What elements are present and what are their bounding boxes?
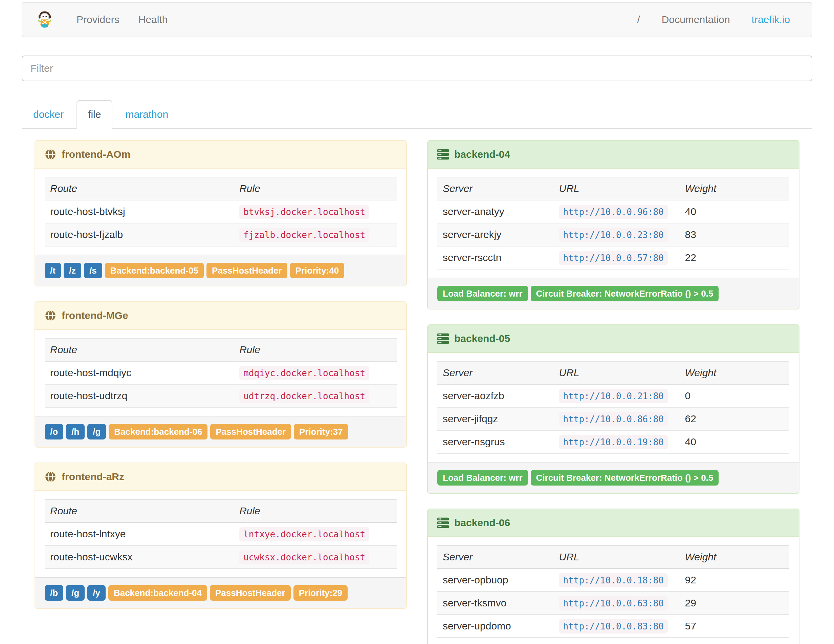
server-url-link[interactable]: http://10.0.0.18:80 bbox=[559, 574, 668, 586]
server-name: server-updomo bbox=[437, 615, 553, 638]
route-row: route-host-btvksj btvksj.docker.localhos… bbox=[45, 200, 397, 223]
server-weight: 57 bbox=[680, 615, 789, 638]
column-header-weight: Weight bbox=[680, 361, 789, 384]
server-row: server-anatyy http://10.0.0.96:80 40 bbox=[437, 200, 789, 223]
frontend-setting-label: Priority:29 bbox=[293, 585, 348, 601]
frontend-card-header: frontend-aRz bbox=[35, 463, 406, 491]
filter-input[interactable] bbox=[22, 55, 812, 81]
frontend-setting-label: Backend:backend-06 bbox=[109, 424, 207, 440]
server-stack-icon bbox=[437, 517, 449, 529]
backend-card: backend-05 Server URL Weight server-aozf… bbox=[427, 324, 800, 494]
route-name: route-host-mdqiyc bbox=[45, 361, 234, 384]
backend-title: backend-05 bbox=[454, 332, 510, 345]
server-url-link[interactable]: http://10.0.0.63:80 bbox=[559, 597, 668, 608]
column-header-weight: Weight bbox=[680, 545, 789, 568]
server-url-cell: http://10.0.0.83:80 bbox=[553, 615, 679, 638]
server-url-link[interactable]: http://10.0.0.21:80 bbox=[559, 390, 668, 401]
routes-table: Route Rule route-host-btvksj btvksj.dock… bbox=[45, 177, 397, 246]
url-code: http://10.0.0.83:80 bbox=[559, 619, 668, 634]
frontend-card: frontend-MGe Route Rule route-host-mdqiy… bbox=[34, 301, 407, 448]
route-row: route-host-udtrzq udtrzq.docker.localhos… bbox=[45, 384, 397, 407]
server-url-link[interactable]: http://10.0.0.96:80 bbox=[559, 206, 668, 217]
nav-link-traefik-io[interactable]: traefik.io bbox=[741, 14, 801, 25]
routes-header-row: Route Rule bbox=[45, 499, 397, 523]
route-name: route-host-ucwksx bbox=[45, 545, 234, 568]
route-path-label: /t bbox=[45, 263, 61, 278]
server-row: server-rscctn http://10.0.0.57:80 22 bbox=[437, 246, 789, 269]
frontend-title: frontend-aRz bbox=[61, 471, 124, 483]
server-url-link[interactable]: http://10.0.0.86:80 bbox=[559, 413, 668, 424]
nav-link-health[interactable]: Health bbox=[129, 14, 177, 25]
backend-card-header: backend-05 bbox=[428, 325, 799, 353]
servers-table: Server URL Weight server-anatyy http://1… bbox=[437, 177, 789, 270]
frontend-card-footer: /t/z/sBackend:backend-05PassHostHeaderPr… bbox=[35, 255, 406, 286]
nav-link-documentation[interactable]: Documentation bbox=[651, 14, 741, 25]
server-url-link[interactable]: http://10.0.0.57:80 bbox=[559, 252, 668, 263]
column-header-route: Route bbox=[45, 499, 234, 523]
server-url-link[interactable]: http://10.0.0.83:80 bbox=[559, 620, 668, 631]
route-name: route-host-udtrzq bbox=[45, 384, 234, 407]
route-rule-cell: lntxye.docker.localhost bbox=[234, 523, 397, 545]
rule-code: lntxye.docker.localhost bbox=[239, 527, 369, 541]
nav-link-root-path[interactable]: / bbox=[626, 14, 651, 25]
frontend-card-body: Route Rule route-host-btvksj btvksj.dock… bbox=[35, 168, 406, 255]
route-path-label: /s bbox=[84, 263, 102, 278]
server-url-cell: http://10.0.0.21:80 bbox=[553, 384, 679, 407]
column-header-url: URL bbox=[553, 177, 679, 200]
server-weight: 29 bbox=[680, 592, 789, 615]
server-weight: 40 bbox=[680, 430, 789, 453]
route-row: route-host-lntxye lntxye.docker.localhos… bbox=[45, 523, 397, 545]
server-name: server-nsgrus bbox=[437, 430, 553, 453]
server-row: server-nsgrus http://10.0.0.19:80 40 bbox=[437, 430, 789, 453]
tab-marathon[interactable]: marathon bbox=[114, 100, 180, 129]
nav-link-providers[interactable]: Providers bbox=[67, 14, 129, 25]
server-name: server-jifqgz bbox=[437, 407, 553, 430]
frontend-setting-label: Priority:37 bbox=[294, 424, 348, 440]
servers-header-row: Server URL Weight bbox=[437, 545, 789, 568]
url-code: http://10.0.0.57:80 bbox=[559, 251, 668, 265]
rule-code: btvksj.docker.localhost bbox=[239, 205, 369, 219]
globe-icon bbox=[45, 471, 56, 482]
server-weight: 22 bbox=[680, 246, 789, 269]
route-path-label: /z bbox=[64, 263, 81, 278]
route-path-label: /h bbox=[66, 424, 85, 440]
servers-header-row: Server URL Weight bbox=[437, 361, 789, 384]
rule-code: fjzalb.docker.localhost bbox=[239, 228, 369, 242]
backend-card-header: backend-06 bbox=[428, 509, 799, 537]
route-row: route-host-fjzalb fjzalb.docker.localhos… bbox=[45, 223, 397, 246]
route-name: route-host-fjzalb bbox=[45, 223, 234, 246]
backend-card-footer: Load Balancer: wrrCircuit Breaker: Netwo… bbox=[428, 278, 799, 309]
column-header-rule: Rule bbox=[234, 499, 397, 523]
frontend-card-body: Route Rule route-host-mdqiyc mdqiyc.dock… bbox=[35, 330, 406, 416]
frontend-title: frontend-AOm bbox=[61, 148, 130, 160]
server-url-link[interactable]: http://10.0.0.23:80 bbox=[559, 229, 668, 240]
frontend-setting-label: PassHostHeader bbox=[210, 585, 291, 601]
column-header-route: Route bbox=[45, 338, 234, 361]
column-header-url: URL bbox=[553, 361, 679, 384]
tab-docker[interactable]: docker bbox=[22, 100, 75, 129]
frontend-title: frontend-MGe bbox=[61, 309, 128, 322]
url-code: http://10.0.0.19:80 bbox=[559, 435, 668, 449]
frontend-card-body: Route Rule route-host-lntxye lntxye.dock… bbox=[35, 491, 406, 577]
frontend-card-header: frontend-AOm bbox=[35, 141, 406, 168]
filter-bar bbox=[22, 55, 812, 81]
server-weight: 83 bbox=[680, 223, 789, 246]
server-url-link[interactable]: http://10.0.0.19:80 bbox=[559, 436, 668, 447]
server-name: server-rscctn bbox=[437, 246, 553, 269]
backend-setting-label: Load Balancer: wrr bbox=[437, 286, 528, 301]
server-row: server-updomo http://10.0.0.83:80 57 bbox=[437, 615, 789, 638]
backend-title: backend-04 bbox=[454, 148, 510, 160]
rule-code: ucwksx.docker.localhost bbox=[239, 550, 369, 565]
server-row: server-tksmvo http://10.0.0.63:80 29 bbox=[437, 592, 789, 615]
server-url-cell: http://10.0.0.19:80 bbox=[553, 430, 679, 453]
server-url-cell: http://10.0.0.57:80 bbox=[553, 246, 679, 269]
frontend-setting-label: Priority:40 bbox=[290, 263, 344, 278]
server-url-cell: http://10.0.0.23:80 bbox=[553, 223, 679, 246]
globe-icon bbox=[45, 310, 56, 321]
frontend-setting-label: Backend:backend-04 bbox=[108, 585, 207, 601]
tab-file[interactable]: file bbox=[76, 100, 112, 129]
column-header-route: Route bbox=[45, 177, 234, 200]
server-url-cell: http://10.0.0.63:80 bbox=[553, 592, 679, 615]
backend-card-body: Server URL Weight server-anatyy http://1… bbox=[428, 168, 799, 278]
frontend-card-header: frontend-MGe bbox=[35, 302, 406, 330]
